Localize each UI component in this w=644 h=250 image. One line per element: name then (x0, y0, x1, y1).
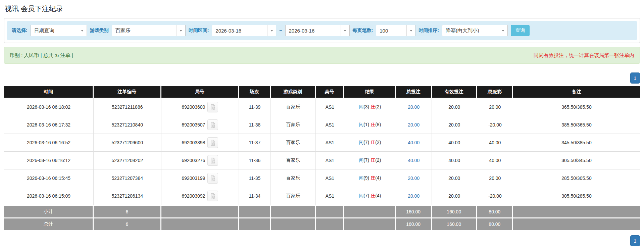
video-replay-icon[interactable] (207, 102, 218, 112)
summary-currency-count: 币别 : 人民币 | 总共 :6 注单 | (10, 52, 73, 59)
bet-time: 2026-03-16 06:15:45 (4, 169, 94, 187)
banker-result-label: 庄 (370, 175, 375, 181)
column-header: 场次 (239, 86, 271, 98)
game-type-label: 游戏类别 (90, 28, 109, 34)
total-bet-link[interactable]: 20.00 (408, 193, 419, 199)
bet-id: 523271208202 (94, 152, 161, 169)
session-number: 11-36 (239, 152, 271, 169)
total-row: 总计 6 160.00 160.00 80.00 (4, 217, 640, 230)
total-label: 总计 (4, 217, 94, 230)
table-row: 2026-03-16 06:17:32 523271210840 6920035… (4, 116, 640, 134)
table-number: AS1 (316, 169, 344, 187)
pagination-bottom: 1 (4, 235, 640, 246)
bet-id: 523271209600 (94, 134, 161, 152)
table-number: AS1 (316, 187, 344, 205)
column-header: 时间 (4, 86, 94, 98)
page-size-dropdown[interactable]: 100 (376, 25, 415, 36)
total-count: 6 (94, 217, 161, 230)
subtotal-valid-bet: 160.00 (432, 205, 477, 217)
video-replay-icon[interactable] (207, 173, 218, 184)
banker-result-number: (8) (375, 122, 381, 127)
banker-result-number: (2) (375, 157, 381, 163)
chevron-down-icon[interactable] (177, 25, 185, 36)
time-sort-label: 时间排序: (418, 28, 439, 34)
game-type-dropdown[interactable]: 百家乐 (112, 25, 186, 36)
time-range-label: 时间区间: (189, 28, 209, 34)
filter-bar: 请选择: 日期查询 游戏类别 百家乐 时间区间: 2026-03-16 ~ 20… (7, 21, 637, 40)
chevron-down-icon[interactable] (341, 25, 349, 36)
time-sort-dropdown[interactable]: 降幂(由大到小) (442, 25, 508, 36)
player-result-number: (7) (363, 157, 369, 163)
round-id: 692003276 (182, 158, 205, 163)
table-row: 2026-03-16 06:15:45 523271207384 6920031… (4, 169, 640, 187)
remark: 285.50/305.50 (513, 169, 640, 187)
round-cell: 692003600 (161, 98, 239, 116)
table-number: AS1 (316, 152, 344, 169)
game-type-value: 百家乐 (112, 25, 177, 36)
round-id: 692003199 (182, 176, 205, 181)
payout: 40.00 (477, 134, 513, 152)
player-result-number: (9) (363, 175, 369, 181)
bet-time: 2026-03-16 06:16:12 (4, 152, 94, 169)
remark: 385.50/365.50 (513, 116, 640, 134)
chevron-down-icon[interactable] (78, 25, 87, 36)
game-type: 百家乐 (271, 169, 316, 187)
table-row: 2026-03-16 06:16:52 523271209600 6920033… (4, 134, 640, 152)
result-cell: 闲(9) 庄(4) (344, 169, 396, 187)
subtotal-row: 小计 6 160.00 160.00 80.00 (4, 205, 640, 217)
round-cell: 692003398 (161, 134, 239, 152)
date-from-dropdown[interactable]: 2026-03-16 (212, 25, 276, 36)
session-number: 11-37 (239, 134, 271, 152)
chevron-down-icon[interactable] (406, 25, 415, 36)
search-button[interactable]: 查询 (511, 25, 530, 36)
game-type: 百家乐 (271, 134, 316, 152)
player-result-number: (7) (363, 140, 369, 145)
table-body: 2026-03-16 06:18:02 523271211886 6920036… (4, 98, 640, 205)
table-number: AS1 (316, 116, 344, 134)
video-replay-icon[interactable] (207, 155, 218, 166)
result-cell: 闲(1) 庄(8) (344, 116, 396, 134)
chevron-down-icon[interactable] (267, 25, 276, 36)
payout: 20.00 (477, 169, 513, 187)
table-row: 2026-03-16 06:18:02 523271211886 6920036… (4, 98, 640, 116)
round-cell: 692003092 (161, 187, 239, 205)
total-bet-link[interactable]: 20.00 (408, 122, 419, 128)
session-number: 11-34 (239, 187, 271, 205)
game-type: 百家乐 (271, 152, 316, 169)
column-header: 总投注 (396, 86, 432, 98)
payout: 20.00 (477, 98, 513, 116)
video-replay-icon[interactable] (207, 137, 218, 148)
column-header: 结果 (344, 86, 396, 98)
valid-bet: 40.00 (432, 152, 477, 169)
total-bet-link[interactable]: 20.00 (408, 104, 419, 110)
chevron-down-icon[interactable] (499, 25, 507, 36)
date-from-value: 2026-03-16 (212, 25, 267, 36)
summary-notice: 同局有效投注，统一计算在该局第一张注单内 (534, 52, 634, 59)
result-cell: 闲(3) 庄(2) (344, 98, 396, 116)
video-replay-icon[interactable] (207, 119, 218, 130)
video-replay-icon[interactable] (207, 191, 218, 201)
bet-time: 2026-03-16 06:15:09 (4, 187, 94, 205)
page-1-button[interactable]: 1 (630, 235, 640, 246)
table-header-row: 时间注单编号局号场次游戏类别桌号结果总投注有效投注总派彩备注 (4, 86, 640, 98)
date-to-value: 2026-03-16 (286, 25, 341, 36)
date-to-dropdown[interactable]: 2026-03-16 (285, 25, 350, 36)
banker-result-label: 庄 (370, 157, 375, 163)
bet-id: 523271211886 (94, 98, 161, 116)
query-type-dropdown[interactable]: 日期查询 (31, 25, 87, 36)
page-size-value: 100 (376, 25, 406, 36)
game-type: 百家乐 (271, 98, 316, 116)
page-title: 视讯 会员下注纪录 (5, 4, 644, 13)
column-header: 备注 (513, 86, 640, 98)
total-bet-link[interactable]: 40.00 (408, 140, 419, 145)
table-number: AS1 (316, 98, 344, 116)
total-bet-link[interactable]: 40.00 (408, 158, 419, 163)
total-valid-bet: 160.00 (432, 217, 477, 230)
column-header: 游戏类别 (271, 86, 316, 98)
total-bet-link[interactable]: 20.00 (408, 176, 419, 181)
column-header: 注单编号 (94, 86, 161, 98)
column-header: 桌号 (316, 86, 344, 98)
remark: 305.50/285.50 (513, 187, 640, 205)
page-1-button[interactable]: 1 (630, 72, 640, 84)
time-sort-value: 降幂(由大到小) (442, 25, 499, 36)
